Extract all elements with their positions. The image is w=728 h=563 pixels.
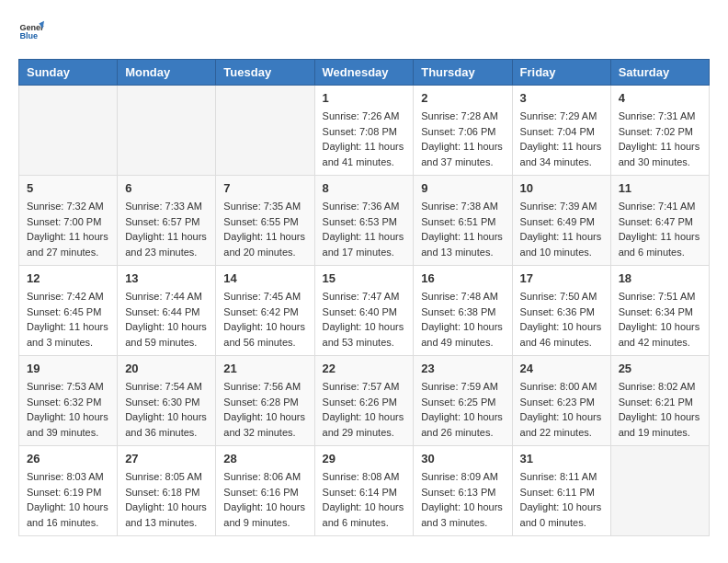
day-number: 6 <box>125 181 208 195</box>
weekday-header-saturday: Saturday <box>610 60 709 86</box>
day-number: 29 <box>323 452 406 465</box>
day-info: Sunrise: 7:51 AM Sunset: 6:34 PM Dayligh… <box>619 289 701 350</box>
calendar-cell: 13Sunrise: 7:44 AM Sunset: 6:44 PM Dayli… <box>118 266 216 356</box>
day-info: Sunrise: 7:54 AM Sunset: 6:30 PM Dayligh… <box>125 379 208 440</box>
calendar-cell: 8Sunrise: 7:36 AM Sunset: 6:53 PM Daylig… <box>314 176 414 266</box>
calendar-cell: 3Sunrise: 7:29 AM Sunset: 7:04 PM Daylig… <box>512 86 610 176</box>
calendar-cell: 9Sunrise: 7:38 AM Sunset: 6:51 PM Daylig… <box>414 176 512 266</box>
week-row-1: 1Sunrise: 7:26 AM Sunset: 7:08 PM Daylig… <box>19 86 710 176</box>
calendar-table: SundayMondayTuesdayWednesdayThursdayFrid… <box>18 59 710 536</box>
day-info: Sunrise: 7:57 AM Sunset: 6:26 PM Dayligh… <box>323 379 406 440</box>
day-info: Sunrise: 7:44 AM Sunset: 6:44 PM Dayligh… <box>125 289 208 350</box>
day-number: 4 <box>619 91 701 105</box>
calendar-cell <box>19 86 118 176</box>
calendar-cell: 21Sunrise: 7:56 AM Sunset: 6:28 PM Dayli… <box>216 356 314 446</box>
calendar-cell: 19Sunrise: 7:53 AM Sunset: 6:32 PM Dayli… <box>19 356 118 446</box>
week-row-4: 19Sunrise: 7:53 AM Sunset: 6:32 PM Dayli… <box>19 356 710 446</box>
day-number: 3 <box>520 91 603 105</box>
calendar-cell: 2Sunrise: 7:28 AM Sunset: 7:06 PM Daylig… <box>414 86 512 176</box>
day-info: Sunrise: 7:29 AM Sunset: 7:04 PM Dayligh… <box>520 109 603 169</box>
day-info: Sunrise: 7:28 AM Sunset: 7:06 PM Dayligh… <box>421 109 504 169</box>
logo-icon: General Blue <box>18 18 44 44</box>
day-number: 16 <box>421 271 504 285</box>
day-number: 2 <box>421 91 504 105</box>
day-number: 12 <box>27 271 109 285</box>
calendar-cell: 14Sunrise: 7:45 AM Sunset: 6:42 PM Dayli… <box>216 266 314 356</box>
day-info: Sunrise: 7:45 AM Sunset: 6:42 PM Dayligh… <box>223 289 306 350</box>
day-info: Sunrise: 8:02 AM Sunset: 6:21 PM Dayligh… <box>619 379 701 440</box>
day-info: Sunrise: 8:03 AM Sunset: 6:19 PM Dayligh… <box>27 469 109 530</box>
calendar-cell <box>118 86 216 176</box>
day-info: Sunrise: 7:53 AM Sunset: 6:32 PM Dayligh… <box>27 379 109 440</box>
calendar-cell: 22Sunrise: 7:57 AM Sunset: 6:26 PM Dayli… <box>314 356 414 446</box>
day-number: 5 <box>27 181 109 195</box>
day-number: 8 <box>323 181 406 195</box>
day-number: 22 <box>323 362 406 375</box>
day-info: Sunrise: 7:36 AM Sunset: 6:53 PM Dayligh… <box>323 199 406 259</box>
calendar-cell: 5Sunrise: 7:32 AM Sunset: 7:00 PM Daylig… <box>19 176 118 266</box>
calendar-cell: 23Sunrise: 7:59 AM Sunset: 6:25 PM Dayli… <box>414 356 512 446</box>
calendar-cell: 16Sunrise: 7:48 AM Sunset: 6:38 PM Dayli… <box>414 266 512 356</box>
day-info: Sunrise: 7:33 AM Sunset: 6:57 PM Dayligh… <box>125 199 208 259</box>
day-number: 26 <box>27 452 109 465</box>
weekday-header-sunday: Sunday <box>19 60 118 86</box>
weekday-header-friday: Friday <box>512 60 610 86</box>
day-number: 18 <box>619 271 701 285</box>
day-number: 27 <box>125 452 208 465</box>
calendar-cell: 12Sunrise: 7:42 AM Sunset: 6:45 PM Dayli… <box>19 266 118 356</box>
calendar-cell: 20Sunrise: 7:54 AM Sunset: 6:30 PM Dayli… <box>118 356 216 446</box>
calendar-cell <box>216 86 314 176</box>
day-number: 24 <box>520 362 603 375</box>
day-info: Sunrise: 7:56 AM Sunset: 6:28 PM Dayligh… <box>223 379 306 440</box>
calendar-cell <box>610 446 709 536</box>
day-info: Sunrise: 7:38 AM Sunset: 6:51 PM Dayligh… <box>421 199 504 259</box>
calendar-cell: 28Sunrise: 8:06 AM Sunset: 6:16 PM Dayli… <box>216 446 314 536</box>
day-number: 20 <box>125 362 208 375</box>
page-header: General Blue <box>18 18 710 44</box>
day-info: Sunrise: 7:42 AM Sunset: 6:45 PM Dayligh… <box>27 289 109 350</box>
day-number: 23 <box>421 362 504 375</box>
day-number: 11 <box>619 181 701 195</box>
weekday-header-thursday: Thursday <box>414 60 512 86</box>
calendar-cell: 18Sunrise: 7:51 AM Sunset: 6:34 PM Dayli… <box>610 266 709 356</box>
day-number: 17 <box>520 271 603 285</box>
day-number: 1 <box>323 91 406 105</box>
day-info: Sunrise: 7:50 AM Sunset: 6:36 PM Dayligh… <box>520 289 603 350</box>
day-number: 28 <box>223 452 306 465</box>
day-number: 9 <box>421 181 504 195</box>
day-number: 19 <box>27 362 109 375</box>
calendar-cell: 24Sunrise: 8:00 AM Sunset: 6:23 PM Dayli… <box>512 356 610 446</box>
weekday-header-wednesday: Wednesday <box>314 60 414 86</box>
weekday-header-tuesday: Tuesday <box>216 60 314 86</box>
day-info: Sunrise: 7:59 AM Sunset: 6:25 PM Dayligh… <box>421 379 504 440</box>
day-info: Sunrise: 7:47 AM Sunset: 6:40 PM Dayligh… <box>323 289 406 350</box>
calendar-cell: 17Sunrise: 7:50 AM Sunset: 6:36 PM Dayli… <box>512 266 610 356</box>
day-number: 10 <box>520 181 603 195</box>
calendar-cell: 7Sunrise: 7:35 AM Sunset: 6:55 PM Daylig… <box>216 176 314 266</box>
weekday-header-row: SundayMondayTuesdayWednesdayThursdayFrid… <box>19 60 710 86</box>
calendar-cell: 30Sunrise: 8:09 AM Sunset: 6:13 PM Dayli… <box>414 446 512 536</box>
calendar-cell: 29Sunrise: 8:08 AM Sunset: 6:14 PM Dayli… <box>314 446 414 536</box>
calendar-cell: 31Sunrise: 8:11 AM Sunset: 6:11 PM Dayli… <box>512 446 610 536</box>
day-info: Sunrise: 8:05 AM Sunset: 6:18 PM Dayligh… <box>125 469 208 530</box>
day-info: Sunrise: 8:11 AM Sunset: 6:11 PM Dayligh… <box>520 469 603 530</box>
day-number: 25 <box>619 362 701 375</box>
day-info: Sunrise: 8:00 AM Sunset: 6:23 PM Dayligh… <box>520 379 603 440</box>
svg-text:Blue: Blue <box>19 31 38 40</box>
day-number: 13 <box>125 271 208 285</box>
day-info: Sunrise: 8:06 AM Sunset: 6:16 PM Dayligh… <box>223 469 306 530</box>
day-number: 30 <box>421 452 504 465</box>
day-number: 15 <box>323 271 406 285</box>
logo: General Blue <box>18 18 44 44</box>
day-info: Sunrise: 7:39 AM Sunset: 6:49 PM Dayligh… <box>520 199 603 259</box>
week-row-5: 26Sunrise: 8:03 AM Sunset: 6:19 PM Dayli… <box>19 446 710 536</box>
day-info: Sunrise: 7:41 AM Sunset: 6:47 PM Dayligh… <box>619 199 701 259</box>
calendar-cell: 11Sunrise: 7:41 AM Sunset: 6:47 PM Dayli… <box>610 176 709 266</box>
day-number: 14 <box>223 271 306 285</box>
day-info: Sunrise: 8:09 AM Sunset: 6:13 PM Dayligh… <box>421 469 504 530</box>
day-number: 7 <box>223 181 306 195</box>
day-info: Sunrise: 7:35 AM Sunset: 6:55 PM Dayligh… <box>223 199 306 259</box>
calendar-cell: 1Sunrise: 7:26 AM Sunset: 7:08 PM Daylig… <box>314 86 414 176</box>
calendar-cell: 10Sunrise: 7:39 AM Sunset: 6:49 PM Dayli… <box>512 176 610 266</box>
day-number: 31 <box>520 452 603 465</box>
